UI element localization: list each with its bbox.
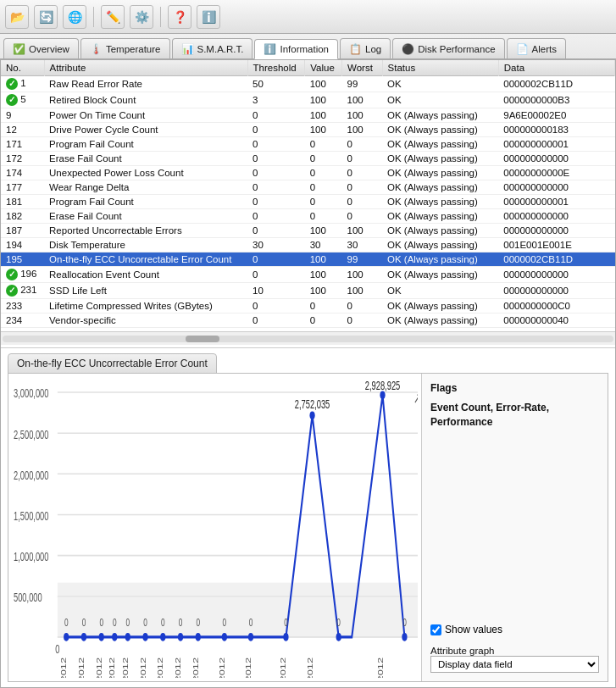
tab-overview[interactable]: ✅ Overview (3, 38, 79, 58)
cell-no: 174 (1, 166, 44, 180)
cell-thresh: 0 (247, 209, 305, 224)
cell-thresh: 0 (247, 166, 305, 180)
cell-worst: 99 (342, 252, 382, 267)
cell-attr: Reallocation Event Count (44, 267, 247, 283)
overview-icon: ✅ (13, 43, 25, 55)
cell-status: OK (Always passing) (382, 195, 498, 209)
table-row[interactable]: 182 Erase Fail Count 0 0 0 OK (Always pa… (1, 209, 615, 224)
tab-log-label: Log (365, 44, 381, 54)
cell-status: OK (Always passing) (382, 166, 498, 180)
table-row[interactable]: 187 Reported Uncorrectable Errors 0 100 … (1, 224, 615, 238)
toolbar: 📂 🔄 🌐 ✏️ ⚙️ ❓ ℹ️ (0, 0, 616, 34)
cell-no: 177 (1, 180, 44, 195)
tab-alerts[interactable]: 📄 Alerts (507, 38, 566, 58)
h-scroll-thumb[interactable] (186, 336, 219, 342)
write-button[interactable]: ✏️ (101, 5, 125, 29)
refresh-button[interactable]: 🔄 (34, 5, 58, 29)
cell-worst: 0 (342, 195, 382, 209)
col-header-attr: Attribute (44, 60, 247, 76)
cell-thresh: 0 (247, 299, 305, 313)
svg-point-25 (196, 633, 201, 641)
tab-log[interactable]: 📋 Log (340, 38, 391, 58)
tab-alerts-label: Alerts (532, 44, 557, 54)
show-values-label[interactable]: Show values (445, 624, 502, 635)
svg-point-17 (64, 633, 69, 641)
cell-status: OK (Always passing) (382, 152, 498, 166)
cell-no: 182 (1, 209, 44, 224)
cell-data: 000000000183 (498, 123, 614, 137)
table-header-row: No. Attribute Threshold Value Worst Stat… (1, 60, 615, 76)
table-row[interactable]: 233 Lifetime Compressed Writes (GBytes) … (1, 299, 615, 313)
cell-attr: SSD Life Left (44, 283, 247, 299)
horizontal-scrollbar[interactable] (1, 331, 615, 345)
table-row[interactable]: 174 Unexpected Power Loss Count 0 0 0 OK… (1, 166, 615, 180)
cell-thresh: 0 (247, 195, 305, 209)
settings-button[interactable]: ⚙️ (130, 5, 153, 29)
cell-val: 0 (305, 299, 342, 313)
svg-point-20 (112, 633, 117, 641)
cell-attr: Reported Uncorrectable Errors (44, 224, 247, 238)
cell-val: 100 (305, 267, 342, 283)
table-row[interactable]: 12 Drive Power Cycle Count 0 100 100 OK … (1, 123, 615, 137)
table-body: ✓ 1 Raw Read Error Rate 50 100 99 OK 000… (1, 76, 615, 332)
table-row[interactable]: 194 Disk Temperature 30 30 30 OK (Always… (1, 238, 615, 252)
tab-temperature[interactable]: 🌡️ Temperature (80, 38, 170, 58)
chart-flags-panel: Flags Event Count, Error-Rate, Performan… (421, 374, 608, 681)
cell-val: 100 (305, 92, 342, 108)
smart-icon: 📊 (181, 43, 194, 55)
table-row[interactable]: 181 Program Fail Count 0 0 0 OK (Always … (1, 195, 615, 209)
svg-text:0: 0 (284, 616, 288, 628)
info-button[interactable]: ℹ️ (197, 5, 220, 29)
cell-data: 000000000040 (498, 313, 614, 328)
table-row[interactable]: 195 On-the-fly ECC Uncorrectable Error C… (1, 252, 615, 267)
svg-text:3,000,000: 3,000,000 (14, 386, 49, 401)
tab-information[interactable]: ℹ️ Information (254, 39, 338, 59)
main-content: No. Attribute Threshold Value Worst Stat… (0, 59, 616, 688)
open-button[interactable]: 📂 (5, 5, 29, 29)
tab-disk-performance[interactable]: ⚫ Disk Performance (392, 38, 504, 58)
cell-no: ✓ 231 (1, 283, 44, 299)
table-row[interactable]: 177 Wear Range Delta 0 0 0 OK (Always pa… (1, 180, 615, 195)
svg-text:0: 0 (125, 616, 130, 628)
help-button[interactable]: ❓ (168, 5, 191, 29)
cell-data: 000000000001 (498, 195, 614, 209)
cell-no: ✓ 1 (1, 76, 44, 92)
attr-graph-section: Attribute graph Display data field (430, 642, 599, 673)
svg-text:0: 0 (402, 616, 407, 628)
cell-attr: Lifetime Compressed Writes (GBytes) (44, 299, 247, 313)
cell-no: ✓ 5 (1, 92, 44, 108)
cell-attr: Unexpected Power Loss Count (44, 166, 247, 180)
table-row[interactable]: 9 Power On Time Count 0 100 100 OK (Alwa… (1, 108, 615, 123)
cell-thresh: 0 (247, 180, 305, 195)
cell-data: 0000002CB11D (498, 252, 614, 267)
table-row[interactable]: ✓ 231 SSD Life Left 10 100 100 OK 000000… (1, 283, 615, 299)
svg-text:26/05/2012: 26/05/2012 (108, 657, 116, 678)
table-row[interactable]: ✓ 1 Raw Read Error Rate 50 100 99 OK 000… (1, 76, 615, 92)
cell-data: 001E001E001E (498, 238, 614, 252)
cell-status: OK (Always passing) (382, 108, 498, 123)
table-row[interactable]: 172 Erase Fail Count 0 0 0 OK (Always pa… (1, 152, 615, 166)
show-values-checkbox[interactable] (430, 624, 441, 635)
tab-smart[interactable]: 📊 S.M.A.R.T. (172, 38, 253, 58)
svg-text:08/06/2012: 08/06/2012 (306, 657, 314, 678)
table-row[interactable]: 234 Vendor-specific 0 0 0 OK (Always pas… (1, 313, 615, 328)
cell-attr: Power On Time Count (44, 108, 247, 123)
table-row[interactable]: 171 Program Fail Count 0 0 0 OK (Always … (1, 137, 615, 152)
cell-thresh: 0 (247, 123, 305, 137)
tab-bar: ✅ Overview 🌡️ Temperature 📊 S.M.A.R.T. ℹ… (0, 34, 616, 59)
table-row[interactable]: ✓ 5 Retired Block Count 3 100 100 OK 000… (1, 92, 615, 108)
log-icon: 📋 (349, 43, 362, 55)
temperature-icon: 🌡️ (90, 43, 103, 55)
table-scroll-area[interactable]: No. Attribute Threshold Value Worst Stat… (1, 60, 615, 331)
h-scroll-track[interactable] (3, 336, 613, 342)
cell-no: 181 (1, 195, 44, 209)
cell-status: OK (382, 283, 498, 299)
svg-text:24/05/2012: 24/05/2012 (77, 657, 85, 678)
cell-no: 233 (1, 299, 44, 313)
table-row[interactable]: ✓ 196 Reallocation Event Count 0 100 100… (1, 267, 615, 283)
cell-worst: 0 (342, 180, 382, 195)
cell-data: 00000000000E (498, 166, 614, 180)
network-button[interactable]: 🌐 (63, 5, 86, 29)
attr-graph-select[interactable]: Display data field (430, 656, 599, 673)
cell-val: 0 (305, 180, 342, 195)
